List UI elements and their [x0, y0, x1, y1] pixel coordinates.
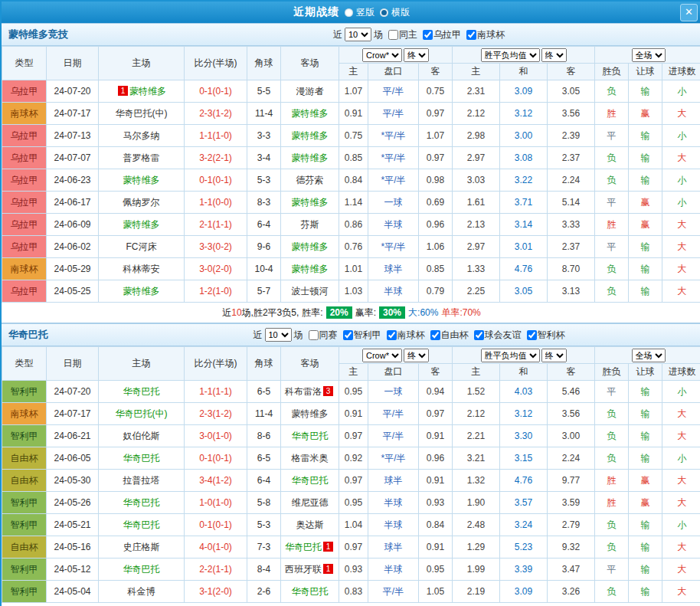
filter-checkbox-option[interactable]: 乌拉甲: [423, 28, 461, 41]
filter-checkbox-option[interactable]: 南球杯: [466, 28, 505, 41]
scope-select[interactable]: 全场: [632, 349, 666, 362]
home-team-name[interactable]: 华奇巴托(中): [116, 408, 168, 419]
away-team-name[interactable]: 德芬索: [296, 175, 324, 185]
filter-checkbox[interactable]: [474, 330, 484, 340]
away-team-name[interactable]: 漫游者: [296, 86, 324, 97]
column-header: 日期: [47, 347, 99, 381]
filter-checkbox[interactable]: [343, 330, 353, 340]
result-cell: 负: [595, 447, 629, 470]
home-team-name[interactable]: 史庄格斯: [123, 542, 160, 552]
score-cell[interactable]: 4-0(1-0): [185, 536, 247, 559]
home-team-name[interactable]: 蒙特维多: [123, 286, 160, 296]
result-cell: 胜: [595, 103, 629, 125]
score-cell[interactable]: 0-1(0-1): [185, 169, 247, 192]
match-count-select[interactable]: 10: [345, 28, 371, 41]
europe-stage-select[interactable]: 终: [541, 349, 567, 362]
away-team-name[interactable]: 蒙特维多: [292, 130, 329, 141]
europe-odds-select[interactable]: 胜平负均值: [481, 349, 540, 362]
score-cell[interactable]: 3-1(2-0): [185, 581, 247, 603]
filter-checkbox[interactable]: [527, 330, 537, 340]
score-cell[interactable]: 2-3(1-2): [185, 403, 247, 425]
score-cell[interactable]: 0-1(0-1): [185, 447, 247, 470]
home-team-name[interactable]: 华奇巴托: [123, 453, 160, 464]
radio-horizontal-icon[interactable]: [380, 8, 388, 17]
home-team-name[interactable]: 拉普拉塔: [123, 475, 160, 486]
away-team-name[interactable]: 蒙特维多: [292, 408, 329, 419]
home-team-name[interactable]: 华奇巴托: [123, 564, 160, 575]
home-team-name[interactable]: FC河床: [126, 241, 157, 252]
score-cell[interactable]: 2-1(1-1): [185, 214, 247, 236]
home-team-name[interactable]: 华奇巴托: [123, 497, 160, 508]
home-team-name[interactable]: 普罗格雷: [123, 152, 160, 163]
filter-checkbox-option[interactable]: 同主: [388, 28, 417, 41]
bookmaker-select[interactable]: Crow*: [362, 349, 402, 362]
filter-checkbox[interactable]: [466, 30, 476, 40]
score-cell[interactable]: 1-1(0-0): [185, 192, 247, 214]
away-team-name[interactable]: 蒙特维多: [292, 264, 329, 274]
away-team-name[interactable]: 蒙特维多: [292, 152, 329, 163]
away-team-name[interactable]: 维尼亚德: [292, 497, 329, 508]
bookmaker-select[interactable]: Crow*: [362, 48, 402, 62]
home-team-name[interactable]: 华奇巴托(中): [116, 108, 168, 119]
score-cell[interactable]: 0-1(0-1): [185, 514, 247, 536]
filter-checkbox[interactable]: [309, 330, 319, 340]
filter-checkbox-option[interactable]: 智利甲: [343, 329, 381, 342]
score-cell[interactable]: 3-4(1-2): [185, 470, 247, 492]
home-team-name[interactable]: 华奇巴托: [123, 386, 160, 397]
match-count-select[interactable]: 10: [265, 328, 292, 342]
filter-checkbox[interactable]: [423, 30, 433, 40]
score-cell[interactable]: 2-3(1-2): [185, 103, 247, 125]
euro-home-odds: 2.98: [453, 125, 500, 147]
away-team-name[interactable]: 奥达斯: [296, 519, 324, 530]
home-team-name[interactable]: 蒙特维多: [129, 86, 166, 97]
score-cell[interactable]: 1-1(1-0): [185, 125, 247, 147]
away-team-name[interactable]: 华奇巴托: [292, 586, 329, 597]
layout-option-vertical[interactable]: 竖版: [345, 6, 375, 19]
filter-checkbox[interactable]: [388, 30, 398, 40]
scope-select[interactable]: 全场: [632, 48, 666, 62]
away-team-name[interactable]: 华奇巴托: [292, 475, 329, 486]
home-team-name[interactable]: 华奇巴托: [123, 519, 160, 530]
close-icon[interactable]: ✕: [680, 4, 698, 21]
home-team-name[interactable]: 奴伯伦斯: [123, 431, 160, 441]
away-team-name[interactable]: 科布雷洛: [285, 386, 322, 397]
away-team-name[interactable]: 蒙特维多: [292, 197, 329, 208]
away-team-name[interactable]: 华奇巴托: [292, 431, 329, 441]
europe-odds-select[interactable]: 胜平负均值: [481, 48, 540, 62]
score-cell[interactable]: 3-0(2-0): [185, 258, 247, 280]
filter-checkbox-option[interactable]: 同赛: [309, 329, 338, 342]
away-team-name[interactable]: 波士顿河: [292, 286, 329, 296]
home-team-name[interactable]: 佩纳罗尔: [123, 197, 160, 208]
away-team-name[interactable]: 格雷米奥: [292, 453, 329, 464]
score-cell[interactable]: 1-0(1-0): [185, 492, 247, 514]
score-cell[interactable]: 0-1(0-1): [185, 80, 247, 103]
score-cell[interactable]: 3-2(2-1): [185, 147, 247, 169]
score-cell[interactable]: 1-1(1-1): [185, 381, 247, 403]
europe-stage-select[interactable]: 终: [541, 48, 567, 62]
filter-checkbox-option[interactable]: 自由杯: [430, 329, 469, 342]
away-team-name[interactable]: 芬斯: [301, 219, 319, 230]
filter-checkbox-option[interactable]: 南球杯: [387, 329, 425, 342]
layout-option-horizontal[interactable]: 横版: [380, 6, 410, 19]
home-team-name[interactable]: 马尔多纳: [123, 130, 160, 141]
filter-checkbox[interactable]: [430, 330, 440, 340]
away-team-name[interactable]: 蒙特维多: [292, 241, 329, 252]
home-team-name[interactable]: 蒙特维多: [123, 219, 160, 230]
score-cell[interactable]: 2-2(1-1): [185, 559, 247, 581]
filter-checkbox-option[interactable]: 球会友谊: [474, 329, 522, 342]
asian-stage-select[interactable]: 终: [404, 48, 429, 62]
away-team-name[interactable]: 华奇巴托: [285, 542, 322, 552]
filter-checkbox[interactable]: [387, 330, 397, 340]
away-team-name[interactable]: 蒙特维多: [292, 108, 329, 119]
filter-checkbox-option[interactable]: 智利杯: [527, 329, 565, 342]
score-cell[interactable]: 1-2(1-0): [185, 280, 247, 303]
euro-away-odds: 5.14: [548, 192, 595, 214]
radio-vertical-icon[interactable]: [345, 8, 353, 17]
score-cell[interactable]: 3-0(1-0): [185, 425, 247, 447]
score-cell[interactable]: 3-3(0-2): [185, 236, 247, 258]
home-team-name[interactable]: 科金博: [128, 586, 155, 597]
home-team-name[interactable]: 蒙特维多: [123, 175, 160, 185]
asian-stage-select[interactable]: 终: [404, 349, 429, 362]
home-team-name[interactable]: 科林蒂安: [123, 264, 160, 274]
away-team-name[interactable]: 西班牙联: [285, 564, 322, 575]
